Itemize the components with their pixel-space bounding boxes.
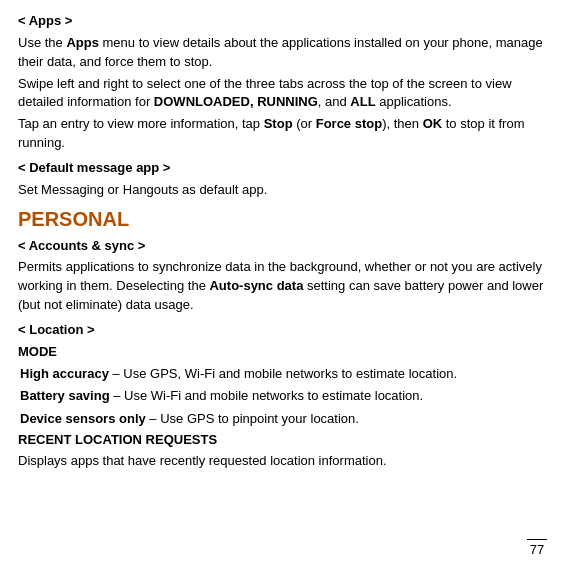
page-number: 77	[527, 539, 547, 557]
apps-para1: Use the Apps menu to view details about …	[18, 34, 547, 72]
accounts-sync-section: < Accounts & sync > Permits applications…	[18, 237, 547, 315]
mode-label: MODE	[18, 343, 547, 362]
apps-para2-post: applications.	[376, 94, 452, 109]
page-container: < Apps > Use the Apps menu to view detai…	[0, 0, 565, 567]
personal-heading: PERSONAL	[18, 208, 547, 231]
location-item2: Battery saving – Use Wi-Fi and mobile ne…	[18, 386, 547, 406]
apps-para1-pre: Use the	[18, 35, 66, 50]
location-item3-rest: – Use GPS to pinpoint your location.	[146, 411, 359, 426]
apps-para3-bold3: OK	[423, 116, 443, 131]
location-item1-bold: High accuracy	[20, 366, 109, 381]
location-item3: Device sensors only – Use GPS to pinpoin…	[18, 409, 547, 429]
location-item3-bold: Device sensors only	[20, 411, 146, 426]
apps-para2-bold2: ALL	[350, 94, 375, 109]
default-message-section: < Default message app > Set Messaging or…	[18, 159, 547, 200]
apps-para3-bold1: Stop	[264, 116, 293, 131]
accounts-sync-title-text: < Accounts & sync >	[18, 238, 145, 253]
location-title: < Location >	[18, 321, 547, 340]
recent-header: RECENT LOCATION REQUESTS	[18, 431, 547, 450]
apps-para2-mid: , and	[318, 94, 351, 109]
apps-para2-bold1: DOWNLOADED, RUNNING	[154, 94, 318, 109]
default-message-title: < Default message app >	[18, 159, 547, 178]
apps-para3: Tap an entry to view more information, t…	[18, 115, 547, 153]
accounts-sync-title: < Accounts & sync >	[18, 237, 547, 256]
location-item2-bold: Battery saving	[20, 388, 110, 403]
apps-title: < Apps >	[18, 12, 547, 31]
default-message-para: Set Messaging or Hangouts as default app…	[18, 181, 547, 200]
location-title-text: < Location >	[18, 322, 95, 337]
apps-para3-mid: (or	[293, 116, 316, 131]
accounts-sync-para-bold: Auto-sync data	[209, 278, 303, 293]
apps-title-text: < Apps >	[18, 13, 72, 28]
apps-para2: Swipe left and right to select one of th…	[18, 75, 547, 113]
apps-para3-pre: Tap an entry to view more information, t…	[18, 116, 264, 131]
recent-para: Displays apps that have recently request…	[18, 452, 547, 471]
location-item1-rest: – Use GPS, Wi-Fi and mobile networks to …	[109, 366, 457, 381]
location-item2-rest: – Use Wi-Fi and mobile networks to estim…	[110, 388, 424, 403]
apps-para3-bold2: Force stop	[316, 116, 382, 131]
apps-section: < Apps > Use the Apps menu to view detai…	[18, 12, 547, 153]
location-item1: High accuracy – Use GPS, Wi-Fi and mobil…	[18, 364, 547, 384]
accounts-sync-para: Permits applications to synchronize data…	[18, 258, 547, 315]
location-section: < Location > MODE High accuracy – Use GP…	[18, 321, 547, 471]
default-message-title-text: < Default message app >	[18, 160, 170, 175]
apps-para3-post: ), then	[382, 116, 422, 131]
apps-para1-bold: Apps	[66, 35, 99, 50]
